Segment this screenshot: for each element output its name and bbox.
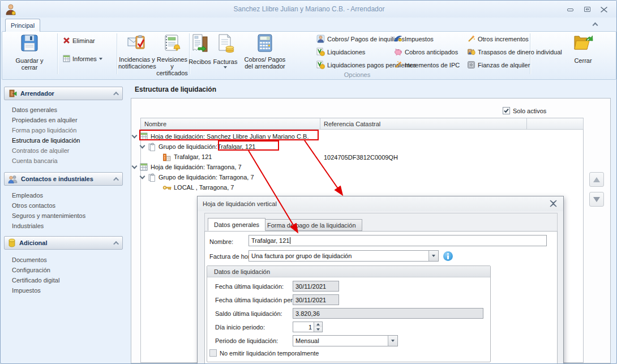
reports-button[interactable]: Informes — [63, 54, 114, 63]
move-up-button[interactable] — [589, 172, 604, 187]
money-transfers-item[interactable]: Traspasos de dinero individual — [467, 47, 575, 57]
dia-inicio-label: Día inicio periodo: — [215, 324, 265, 331]
periodo-select[interactable]: Mensual — [293, 335, 398, 346]
info-icon[interactable] — [443, 251, 453, 261]
sidebar-item-certificado[interactable]: Certificado digital — [12, 275, 119, 285]
tree-row-propiedad-trafalgar[interactable]: Trafalgar, 121 — [162, 152, 445, 162]
sidebar-section-title: Contactos e industriales — [21, 175, 112, 182]
chevron-expander-icon — [140, 143, 145, 149]
sidebar-item-estructura[interactable]: Estructura de liquidación — [12, 135, 119, 145]
saldo-input[interactable]: 3.820,36 — [293, 308, 483, 319]
nombre-label: Nombre: — [209, 238, 233, 245]
tree-row-label-prefix: Grupo de liquidación: — [158, 143, 217, 150]
tree-row-local-tarragona[interactable]: LOCAL , Tarragona, 7 — [162, 182, 445, 192]
titlebar: Sanchez Llibre Julian y Mariano C.B. - A… — [1, 1, 617, 18]
sidebar-section-title: Adicional — [19, 239, 112, 246]
dia-inicio-spinner[interactable]: 1 — [293, 322, 323, 332]
sidebar-section-contactos[interactable]: Contactos e industriales — [4, 172, 123, 186]
options-group-label: Opciones — [323, 71, 391, 78]
nombre-input[interactable]: Trafalgar, 121 — [248, 235, 547, 246]
sidebar-item-configuracion[interactable]: Configuración — [12, 265, 119, 275]
rental-deposits-item[interactable]: Fianzas de alquiler — [467, 60, 575, 70]
move-down-button[interactable] — [589, 192, 604, 207]
sidebar-item-otros-contactos[interactable]: Otros contactos — [12, 200, 119, 210]
sidebar-item-contratos[interactable]: Contratos de alquiler — [12, 145, 119, 155]
sidebar-item-impuestos[interactable]: Impuestos — [12, 285, 119, 295]
combo-dropdown-button[interactable] — [388, 336, 397, 346]
restore-button[interactable] — [583, 6, 592, 13]
tree-row-grupo-trafalgar[interactable]: Grupo de liquidación: Trafalgar, 121 — [140, 142, 537, 152]
sidebar-section-title: Arrendador — [20, 90, 112, 97]
key-icon — [162, 184, 172, 191]
reports-label: Informes — [72, 55, 97, 62]
dialog-close-button[interactable] — [550, 200, 558, 208]
revisions-label: Revisiones y certificados — [155, 56, 190, 76]
sidebar-item-propiedades[interactable]: Propiedades en alquiler — [12, 115, 119, 125]
close-form-button[interactable]: Cerrar — [567, 32, 599, 71]
periodo-label: Periodo de liquidación: — [215, 337, 278, 344]
save-close-button[interactable]: Guardar y cerrar — [8, 32, 50, 71]
liquidation-icon — [316, 48, 325, 56]
tree-row-label: LOCAL , Tarragona, 7 — [174, 184, 234, 191]
collapse-ribbon-button[interactable] — [590, 21, 601, 29]
invoices-button[interactable]: Facturas — [211, 32, 239, 71]
landlord-payments-button[interactable]: Cobros/ Pagos del arrendador — [241, 32, 289, 71]
column-header-nombre[interactable]: Nombre — [141, 118, 320, 130]
column-header-referencia[interactable]: Referencia Catastral — [320, 118, 527, 130]
tab-forma-pago[interactable]: Forma de pago de la liquidación — [261, 219, 362, 231]
tree-row-hoja-tarragona[interactable]: Hoja de liquidación: Tarragona, 7 — [132, 162, 529, 172]
sidebar-item-documentos[interactable]: Documentos — [12, 255, 119, 264]
door-icon — [8, 89, 17, 98]
rental-deposits-label: Fianzas de alquiler — [478, 62, 530, 68]
close-folder-icon — [572, 33, 594, 55]
sidebar-section-arrendador[interactable]: Arrendador — [4, 87, 123, 100]
taxes-item[interactable]: Impuestos — [394, 34, 468, 44]
tree-row-label: Trafalgar, 121 — [174, 153, 212, 160]
reports-icon — [63, 55, 70, 62]
delete-icon — [63, 37, 70, 44]
tree-row-grupo-tarragona[interactable]: Grupo de liquidación: Tarragona, 7 — [140, 172, 537, 182]
incidents-button[interactable]: Incidencias y notificaciones — [118, 32, 156, 71]
tab-datos-generales[interactable]: Datos generales — [208, 218, 265, 231]
sheet-icon — [140, 163, 148, 171]
factura-honorarios-select[interactable]: Una factura por grupo de liquidación — [248, 250, 439, 262]
fecha-ultima-input[interactable]: 30/11/2021 — [293, 281, 339, 292]
sheet-icon — [140, 132, 148, 140]
advance-collections-item[interactable]: Cobros anticipados — [394, 47, 468, 57]
sidebar-item-empleados[interactable]: Empleados — [12, 190, 119, 200]
tenant-icon — [316, 35, 325, 43]
tree-row-hoja-sanchez[interactable]: Hoja de liquidación: Sanchez Llibre Juli… — [132, 131, 529, 142]
receipts-button[interactable]: Recibos — [188, 32, 211, 71]
sidebar-item-datos-generales[interactable]: Datos generales — [12, 105, 119, 114]
close-icon — [550, 200, 557, 207]
tree-row-label: Hoja de liquidación: Sanchez Llibre Juli… — [151, 133, 308, 140]
close-button[interactable] — [600, 6, 609, 13]
tab-principal[interactable]: Principal — [5, 19, 40, 32]
dialog-hoja-liquidacion: Hoja de liquidación vertical Datos gener… — [197, 196, 564, 364]
fecha-periodica-input[interactable]: 30/11/2021 — [293, 294, 339, 305]
minimize-icon — [567, 8, 573, 11]
minimize-button[interactable] — [566, 6, 575, 13]
building-icon — [162, 153, 171, 161]
sidebar-item-forma-pago[interactable]: Forma pago liquidación — [12, 125, 119, 135]
delete-button[interactable]: Eliminar — [63, 36, 114, 45]
sidebar-item-industriales[interactable]: Industriales — [12, 221, 119, 230]
tenant-payments-label: Cobros/ Pagos de inquilinos — [327, 36, 405, 42]
sidebar-item-seguros[interactable]: Seguros y mantenimientos — [12, 211, 119, 220]
ipc-increments-item[interactable]: Incrementos de IPC — [394, 60, 468, 70]
no-emitir-checkbox[interactable]: No emitir liquidación temporalmente — [209, 349, 319, 357]
combo-dropdown-button[interactable] — [429, 251, 438, 261]
column-header-empty[interactable] — [527, 118, 584, 130]
dropdown-arrow-icon — [432, 255, 435, 257]
application-window: Sanchez Llibre Julian y Mariano C.B. - A… — [0, 0, 617, 364]
revisions-button[interactable]: Revisiones y certificados — [155, 32, 190, 71]
piggy-bank-icon — [394, 48, 402, 56]
tax-icon — [394, 35, 402, 43]
sidebar-section-adicional[interactable]: Adicional — [4, 236, 123, 250]
other-increments-item[interactable]: Otros incrementos — [467, 34, 575, 44]
sidebar-item-cuenta-bancaria[interactable]: Cuenta bancaria — [12, 156, 119, 165]
tree-row-label: Hoja de liquidación: Tarragona, 7 — [151, 164, 242, 170]
dropdown-arrow-icon — [224, 66, 227, 68]
spinner-buttons[interactable] — [314, 322, 322, 332]
solo-activos-checkbox[interactable]: Solo activos — [503, 107, 546, 114]
